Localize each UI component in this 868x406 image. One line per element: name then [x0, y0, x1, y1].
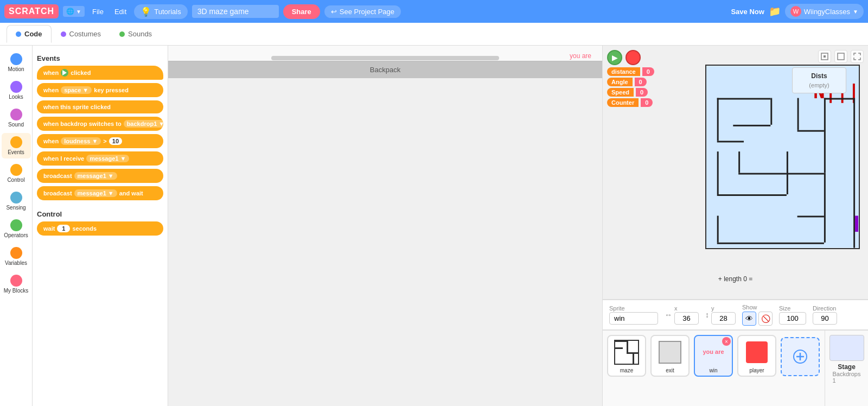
category-variables[interactable]: Variables: [2, 244, 31, 269]
category-looks[interactable]: Looks: [2, 78, 31, 103]
sprite-y-coord: ↕ y: [705, 305, 736, 325]
player-sprite-label: player: [749, 367, 764, 373]
file-menu[interactable]: File: [89, 5, 107, 18]
category-events[interactable]: Events: [2, 133, 31, 158]
stop-button[interactable]: [626, 50, 641, 65]
var-angle: Angle 0: [607, 78, 654, 86]
category-sensing[interactable]: Sensing: [2, 188, 31, 214]
y-input[interactable]: [711, 312, 736, 325]
sprite-thumb-maze[interactable]: maze: [607, 335, 646, 377]
show-label: Show: [742, 304, 773, 310]
block-when-receive[interactable]: when I receive message1 ▼: [37, 151, 163, 166]
block-when-sprite-clicked[interactable]: when this sprite clicked: [37, 100, 163, 113]
user-badge[interactable]: W WiingyClasses ▼: [785, 4, 864, 19]
show-hidden-button[interactable]: 🚫: [758, 312, 773, 326]
category-motion[interactable]: Motion: [2, 50, 31, 75]
edit-menu[interactable]: Edit: [111, 5, 130, 18]
svg-rect-29: [824, 98, 853, 100]
sprite-thumb-win[interactable]: × you are win: [694, 335, 733, 377]
sounds-tab-icon: [119, 31, 125, 37]
backpack[interactable]: Backpack: [168, 61, 602, 78]
show-visible-button[interactable]: 👁: [742, 312, 756, 326]
folder-icon[interactable]: 📁: [769, 5, 781, 17]
svg-rect-20: [738, 151, 740, 173]
size-input[interactable]: [779, 312, 806, 325]
stage-view-icons: [818, 50, 864, 63]
svg-rect-22: [717, 215, 719, 242]
stage-thumbnail[interactable]: [829, 335, 864, 361]
sprite-thumb-exit[interactable]: exit: [650, 335, 690, 377]
fullscreen-button[interactable]: [851, 50, 864, 63]
sprite-thumb-player[interactable]: player: [737, 335, 776, 377]
block-broadcast-wait[interactable]: broadcast message1 ▼ and wait: [37, 186, 163, 200]
sprite-name-input[interactable]: [609, 312, 658, 325]
scratch-logo[interactable]: SCRATCH: [4, 4, 59, 18]
tab-code[interactable]: Code: [7, 25, 52, 43]
size-control: Size: [779, 305, 806, 325]
save-now-button[interactable]: Save Now: [731, 8, 764, 16]
svg-rect-25: [787, 173, 824, 175]
var-speed: Speed 0: [607, 88, 654, 97]
stage-backdrops-count: Backdrops 1: [833, 371, 861, 384]
svg-rect-38: [633, 352, 634, 364]
right-panel: ▶: [602, 46, 868, 406]
share-button[interactable]: Share: [283, 4, 320, 19]
tab-sounds[interactable]: Sounds: [110, 25, 161, 43]
horizontal-scroll[interactable]: [168, 55, 602, 61]
maze-sprite-label: maze: [620, 367, 633, 373]
svg-rect-28: [824, 98, 826, 173]
code-tab-icon: [16, 31, 21, 37]
category-control[interactable]: Control: [2, 161, 31, 186]
block-when-backdrop-switches[interactable]: when backdrop switches to backdrop1 ▼: [37, 117, 163, 131]
stage-title: Stage: [838, 363, 856, 371]
block-when-key-pressed[interactable]: when space ▼ key pressed: [37, 83, 163, 97]
maze-sprite-preview: [612, 338, 641, 366]
category-myblocks[interactable]: My Blocks: [2, 271, 31, 297]
blocks-panel: Events when clicked when space ▼ key pre…: [33, 46, 168, 406]
green-flag-button[interactable]: ▶: [607, 50, 622, 65]
control-section-title: Control: [37, 210, 163, 218]
svg-rect-24: [824, 173, 826, 243]
stage-area: ▶: [603, 46, 868, 300]
add-sprite-button[interactable]: [781, 337, 820, 376]
dists-title: Dists: [799, 72, 839, 80]
tutorials-button[interactable]: 💡 Tutorials: [134, 4, 187, 19]
maze-preview: N||||: [705, 65, 863, 294]
svg-rect-23: [717, 243, 824, 244]
block-wait-seconds[interactable]: wait 1 seconds: [37, 221, 163, 236]
sprite-x-coord: ↔ x: [665, 305, 699, 325]
tab-costumes[interactable]: Costumes: [52, 25, 111, 43]
add-sprite-area: [781, 337, 820, 376]
events-section-title: Events: [37, 54, 163, 62]
svg-rect-12: [717, 98, 719, 141]
player-sprite-preview: [743, 338, 771, 366]
exit-sprite-label: exit: [666, 367, 674, 373]
block-when-loudness[interactable]: when loudness ▼ > 10: [37, 134, 163, 148]
main-area: Motion Looks Sound Events Control Sensin…: [0, 46, 868, 406]
stage-controls: ▶: [607, 50, 641, 65]
script-area[interactable]: you are when clicked go to x:: [168, 46, 602, 78]
svg-rect-35: [615, 347, 623, 349]
svg-rect-14: [770, 98, 772, 125]
small-stage-button[interactable]: [818, 50, 831, 63]
svg-rect-26: [797, 98, 799, 130]
block-when-flag-clicked[interactable]: when clicked: [37, 66, 163, 80]
direction-label: Direction: [813, 305, 837, 312]
project-name-input[interactable]: [192, 5, 279, 18]
see-project-button[interactable]: ↩ See Project Page: [324, 5, 401, 18]
category-operators[interactable]: Operators: [2, 216, 31, 242]
win-sprite-delete[interactable]: ×: [722, 337, 731, 346]
direction-input[interactable]: [813, 312, 837, 325]
y-axis-icon: ↕: [705, 310, 709, 319]
large-stage-button[interactable]: [834, 50, 847, 63]
block-broadcast[interactable]: broadcast message1 ▼: [37, 169, 163, 183]
svg-rect-13: [717, 98, 771, 100]
variables-overlay: distance 0 Angle 0 Speed 0 Counter 0: [607, 67, 654, 107]
x-input[interactable]: [674, 312, 699, 325]
categories-panel: Motion Looks Sound Events Control Sensin…: [0, 46, 33, 406]
svg-rect-16: [717, 141, 744, 142]
win-sprite-label: win: [709, 367, 717, 373]
stage-panel: Stage Backdrops 1: [825, 331, 868, 406]
globe-button[interactable]: 🌐 ▼: [63, 6, 85, 17]
category-sound[interactable]: Sound: [2, 105, 31, 131]
